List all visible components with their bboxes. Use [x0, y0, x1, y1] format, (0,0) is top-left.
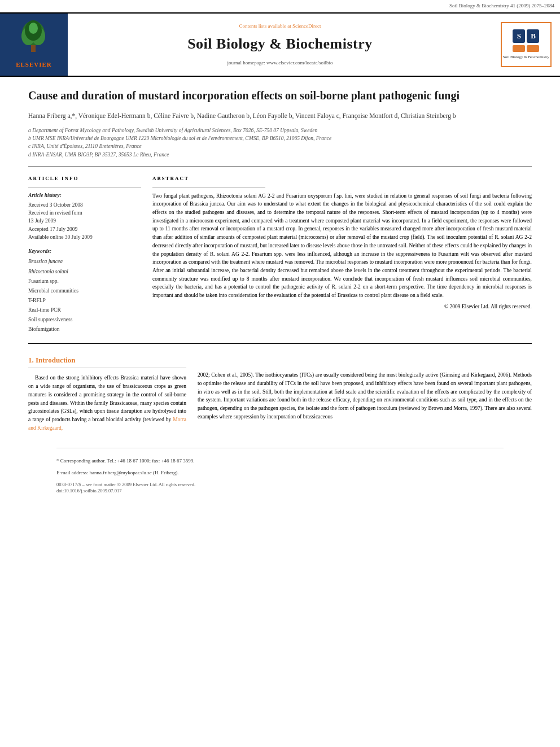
elsevier-logo: ELSEVIER — [16, 19, 52, 69]
keyword-5: Real-time PCR — [28, 305, 141, 315]
keywords-label: Keywords: — [28, 248, 141, 255]
accepted-date: Accepted 17 July 2009 — [28, 225, 141, 233]
authors-text: Hanna Friberg a,*, Véronique Edel-Herman… — [28, 112, 456, 119]
intro-para-left: Based on the strong inhibitory effects B… — [28, 374, 186, 432]
article-title: Cause and duration of mustard incorporat… — [28, 88, 532, 103]
copyright-notice: © 2009 Elsevier Ltd. All rights reserved… — [152, 303, 532, 311]
article-info-abstract: ARTICLE INFO Article history: Received 3… — [28, 175, 532, 334]
divider-2 — [28, 343, 532, 344]
abstract-text: Two fungal plant pathogens, Rhizoctonia … — [152, 192, 532, 300]
received-date: Received 3 October 2008 — [28, 201, 141, 209]
keyword-6: Soil suppressiveness — [28, 315, 141, 325]
elsevier-branding: ELSEVIER — [0, 14, 68, 76]
journal-top-bar: Soil Biology & Biochemistry 41 (2009) 20… — [0, 0, 560, 12]
footer-bar: * Corresponding author. Tel.: +46 18 67 … — [56, 448, 504, 495]
intro-col-right: 2002; Cohen et al., 2005). The isothiocy… — [198, 355, 532, 436]
divider-abstract — [152, 187, 265, 187]
article-history: Article history: Received 3 October 2008… — [28, 192, 141, 242]
intro-body-right: 2002; Cohen et al., 2005). The isothiocy… — [198, 371, 532, 421]
svg-point-5 — [29, 23, 38, 34]
available-date: Available online 30 July 2009 — [28, 233, 141, 241]
sciencedirect-anchor[interactable]: ScienceDirect — [292, 23, 321, 29]
abstract-label: ABSTRACT — [152, 175, 532, 182]
introduction-section: 1. Introduction Based on the strong inhi… — [28, 355, 532, 436]
journal-title: Soil Biology & Biochemistry — [187, 34, 373, 54]
keyword-2: Fusarium spp. — [28, 277, 141, 286]
keyword-3: Microbial communities — [28, 286, 141, 296]
main-content: Cause and duration of mustard incorporat… — [0, 77, 560, 512]
footer-doi: doi:10.1016/j.soilbio.2009.07.017 — [56, 488, 504, 495]
article-info-label: ARTICLE INFO — [28, 175, 141, 182]
abstract-col: ABSTRACT Two fungal plant pathogens, Rhi… — [152, 175, 532, 334]
intro-body-left: Based on the strong inhibitory effects B… — [28, 374, 186, 432]
elsevier-tree-icon — [18, 19, 49, 56]
intro-col-left: 1. Introduction Based on the strong inhi… — [28, 355, 186, 436]
history-label: Article history: — [28, 192, 141, 199]
journal-logo-box: S B Soil Biology & Biochemistry — [501, 22, 552, 67]
journal-logo-area: S B Soil Biology & Biochemistry — [492, 14, 560, 76]
keyword-0: Brassica juncea — [28, 257, 141, 267]
svg-rect-4 — [31, 45, 36, 52]
journal-header: ELSEVIER Contents lists available at Sci… — [0, 12, 560, 77]
keyword-1: Rhizoctonia solani — [28, 267, 141, 277]
corresp-tel: * Corresponding author. Tel.: +46 18 67 … — [56, 457, 504, 465]
keyword-4: T-RFLP — [28, 296, 141, 305]
affiliation-c: c INRA, Unité d'Époisses, 21110 Breteniè… — [28, 142, 532, 150]
revised-date: Received in revised form 13 July 2009 — [28, 209, 141, 225]
keywords-block: Keywords: Brassica juncea Rhizoctonia so… — [28, 248, 141, 334]
footer-rights: 0038-0717/$ – see front matter © 2009 El… — [56, 481, 504, 488]
article-info-col: ARTICLE INFO Article history: Received 3… — [28, 175, 141, 334]
logo-sub: Soil Biology & Biochemistry — [503, 55, 549, 59]
journal-ref: Soil Biology & Biochemistry 41 (2009) 20… — [449, 3, 554, 8]
affiliation-b: b UMR MSE INRA/Université de Bourgogne U… — [28, 134, 532, 142]
intro-para-right: 2002; Cohen et al., 2005). The isothiocy… — [198, 371, 532, 421]
divider-1 — [28, 167, 532, 167]
keyword-7: Biofumigation — [28, 325, 141, 334]
journal-homepage: journal homepage: www.elsevier.com/locat… — [228, 59, 333, 67]
corresp-email: E-mail address: hanna.friberg@mykopar.sl… — [56, 469, 504, 477]
intro-title: 1. Introduction — [28, 355, 186, 368]
affiliations: a Department of Forest Mycology and Path… — [28, 126, 532, 159]
journal-header-center: Contents lists available at ScienceDirec… — [68, 14, 492, 76]
affiliation-d: d INRA-ENSAR, UMR BIO3P, BP 35327, 35653… — [28, 151, 532, 159]
divider-info — [28, 187, 141, 187]
sciencedirect-link: Contents lists available at ScienceDirec… — [239, 23, 321, 30]
elsevier-label: ELSEVIER — [16, 60, 52, 69]
affiliation-a: a Department of Forest Mycology and Path… — [28, 126, 532, 134]
authors-list: Hanna Friberg a,*, Véronique Edel-Herman… — [28, 111, 532, 121]
